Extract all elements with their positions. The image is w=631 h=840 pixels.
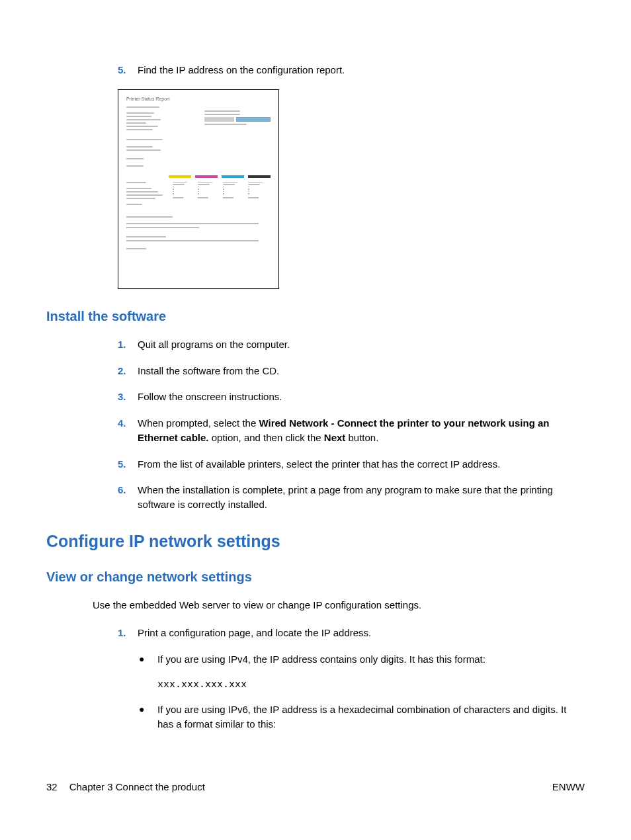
text-segment: When prompted, select the — [138, 417, 259, 429]
bullet-text: If you are using IPv4, the IP address co… — [157, 652, 585, 667]
list-item: 2. Install the software from the CD. — [118, 364, 585, 378]
view-intro-text: Use the embedded Web server to view or c… — [93, 598, 585, 613]
list-number: 6. — [118, 483, 138, 512]
chapter-title: Chapter 3 Connect the product — [69, 781, 205, 792]
list-text: Follow the onscreen instructions. — [138, 390, 585, 404]
install-steps: 1. Quit all programs on the computer. 2.… — [118, 337, 585, 512]
view-steps: 1. Print a configuration page, and locat… — [118, 626, 585, 732]
page-footer: 32 Chapter 3 Connect the product ENWW — [46, 781, 585, 792]
list-item: 3. Follow the onscreen instructions. — [118, 390, 585, 404]
list-text: Quit all programs on the computer. — [138, 337, 585, 352]
list-item: 4. When prompted, select the Wired Netwo… — [118, 416, 585, 445]
list-number: 1. — [118, 626, 138, 640]
list-text: Print a configuration page, and locate t… — [138, 626, 585, 640]
page-number: 32 — [46, 781, 58, 792]
list-number: 5. — [118, 457, 138, 472]
list-text: Find the IP address on the configuration… — [138, 63, 585, 77]
footer-right: ENWW — [552, 781, 585, 792]
list-number: 4. — [118, 416, 138, 445]
list-number: 5. — [118, 63, 138, 77]
list-text: When prompted, select the Wired Network … — [138, 416, 585, 445]
list-item: 1. Quit all programs on the computer. — [118, 337, 585, 352]
printer-status-report-figure: Printer Status Report — [118, 89, 279, 289]
step-5-find-ip: 5. Find the IP address on the configurat… — [118, 63, 585, 77]
list-number: 2. — [118, 364, 138, 378]
figure-wrapper: Printer Status Report — [118, 89, 585, 289]
figure-bottom-section — [126, 216, 271, 249]
figure-top-section — [126, 106, 271, 169]
list-number: 3. — [118, 390, 138, 404]
list-number: 1. — [118, 337, 138, 352]
heading-install-software: Install the software — [46, 309, 585, 324]
footer-left: 32 Chapter 3 Connect the product — [46, 781, 205, 792]
bullet-icon: ● — [139, 652, 157, 667]
bullet-text: If you are using IPv6, the IP address is… — [157, 702, 585, 732]
bullet-item-ipv6: ● If you are using IPv6, the IP address … — [139, 702, 585, 732]
bullet-item-ipv4: ● If you are using IPv4, the IP address … — [139, 652, 585, 667]
list-item: 6. When the installation is complete, pr… — [118, 483, 585, 512]
list-text: When the installation is complete, print… — [138, 483, 585, 512]
list-text: From the list of available printers, sel… — [138, 457, 585, 472]
bold-text: Next — [324, 432, 346, 443]
figure-title: Printer Status Report — [126, 97, 271, 101]
bullet-icon: ● — [139, 702, 157, 732]
text-segment: button. — [345, 432, 378, 443]
ipv4-format: xxx.xxx.xxx.xxx — [157, 679, 585, 691]
list-text: Install the software from the CD. — [138, 364, 585, 378]
heading-configure-ip: Configure IP network settings — [46, 532, 585, 551]
text-segment: option, and then click the — [209, 432, 324, 443]
list-item: 5. From the list of available printers, … — [118, 457, 585, 472]
heading-view-change: View or change network settings — [46, 569, 585, 585]
list-item: 1. Print a configuration page, and locat… — [118, 626, 585, 640]
figure-color-bars — [126, 175, 271, 178]
list-item: 5. Find the IP address on the configurat… — [118, 63, 585, 77]
